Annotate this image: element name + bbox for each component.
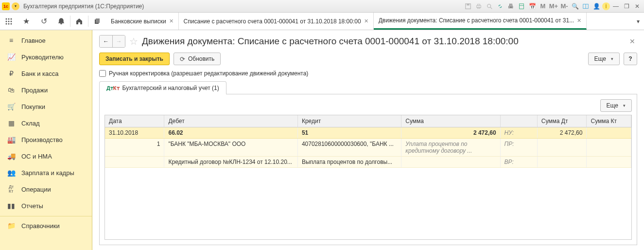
cell-empty bbox=[105, 157, 164, 168]
window-title: Бухгалтерия предприятия (1С:Предприятие) bbox=[23, 3, 144, 10]
window-restore[interactable]: ❐ bbox=[622, 1, 631, 11]
refresh-button[interactable]: ⟳Обновить bbox=[174, 53, 221, 65]
main-toolbar: ★ ↺ Банковские выписки ✕ Списание с расч… bbox=[0, 13, 644, 30]
search-icon[interactable] bbox=[485, 1, 494, 11]
table-row[interactable]: 31.10.2018 66.02 51 2 472,60 НУ: 2 472,6… bbox=[105, 127, 631, 139]
link-icon[interactable] bbox=[495, 1, 505, 11]
sidebar-item-stock[interactable]: ▦Склад bbox=[0, 115, 92, 131]
user-icon[interactable]: 👤 bbox=[592, 1, 601, 11]
col-sum[interactable]: Сумма bbox=[401, 115, 500, 127]
sidebar-item-label: Отчеты bbox=[21, 202, 43, 210]
print2-icon[interactable]: 🖶 bbox=[506, 1, 516, 11]
cell-credit: 51 bbox=[297, 127, 401, 139]
tab-writeoff-doc[interactable]: Списание с расчетного счета 0001-000041 … bbox=[179, 13, 374, 30]
sidebar-item-sales[interactable]: 🛍Продажи bbox=[0, 82, 92, 98]
zoom-icon[interactable]: 🔍 bbox=[570, 1, 580, 11]
app-menu-dropdown[interactable]: ▾ bbox=[12, 2, 19, 10]
sidebar-item-label: Покупки bbox=[21, 103, 45, 110]
info-icon[interactable]: i bbox=[602, 2, 610, 10]
manual-edit-checkbox[interactable] bbox=[99, 70, 106, 77]
svg-line-6 bbox=[490, 7, 492, 9]
close-icon[interactable]: ✕ bbox=[364, 18, 368, 24]
history-icon[interactable]: ↺ bbox=[35, 13, 52, 30]
cell-credit: 40702810600000030600, "БАНК ... bbox=[297, 139, 401, 157]
cell-sumdt bbox=[537, 157, 587, 168]
window-titlebar: 1c ▾ Бухгалтерия предприятия (1С:Предпри… bbox=[0, 0, 644, 13]
factory-icon: 🏭 bbox=[7, 135, 16, 144]
sidebar-item-label: Главное bbox=[21, 37, 46, 44]
sidebar-item-catalogs[interactable]: 📁Справочники bbox=[0, 216, 92, 234]
svg-point-18 bbox=[8, 23, 10, 24]
accounting-tab[interactable]: ДᴛКᴛ Бухгалтерский и налоговый учет (1) bbox=[99, 81, 226, 94]
svg-rect-3 bbox=[477, 4, 480, 5]
window-close[interactable]: ✕ bbox=[632, 1, 642, 11]
cell-credit: Выплата процентов по долговы... bbox=[297, 157, 401, 168]
more-button[interactable]: Еще bbox=[588, 53, 620, 65]
col-sumdt[interactable]: Сумма Дт bbox=[537, 115, 587, 127]
bars-icon: ▮▮ bbox=[7, 201, 16, 210]
button-label: Обновить bbox=[188, 55, 214, 62]
close-page-button[interactable]: ✕ bbox=[627, 36, 637, 47]
bag-icon: 🛍 bbox=[7, 86, 16, 94]
cart-icon: 🛒 bbox=[7, 102, 16, 111]
sidebar-item-operations[interactable]: ДтКтОперации bbox=[0, 181, 92, 197]
sidebar-item-bank[interactable]: ₽Банк и касса bbox=[0, 65, 92, 82]
tab-label: Движения документа: Списание с расчетног… bbox=[379, 17, 574, 24]
col-debit[interactable]: Дебет bbox=[164, 115, 297, 127]
close-icon[interactable]: ✕ bbox=[577, 18, 581, 24]
memory-mminus[interactable]: M- bbox=[559, 1, 569, 11]
grid-more-button[interactable]: Еще bbox=[600, 99, 632, 112]
sidebar-item-reports[interactable]: ▮▮Отчеты bbox=[0, 197, 92, 214]
tabs-more-dropdown[interactable]: ▾ bbox=[632, 13, 644, 30]
cell-tag: ПР: bbox=[500, 139, 537, 157]
sidebar-item-production[interactable]: 🏭Производство bbox=[0, 131, 92, 148]
svg-rect-7 bbox=[520, 3, 524, 9]
svg-point-14 bbox=[6, 20, 7, 22]
apps-icon[interactable] bbox=[0, 13, 17, 30]
docs-icon[interactable] bbox=[88, 13, 106, 30]
close-icon[interactable]: ✕ bbox=[169, 18, 174, 24]
manual-edit-label: Ручная корректировка (разрешает редактир… bbox=[109, 70, 308, 77]
col-date[interactable]: Дата bbox=[105, 115, 164, 127]
sidebar-item-label: Склад bbox=[21, 120, 40, 127]
panels-icon[interactable] bbox=[581, 1, 591, 11]
svg-point-19 bbox=[11, 23, 12, 24]
table-row[interactable]: 1 "БАНК "МБА-МОСКВА" ООО 407028106000000… bbox=[105, 139, 631, 157]
table-row[interactable]: Кредитный договор №КЛН-1234 от 12.10.20.… bbox=[105, 157, 631, 168]
save-icon[interactable] bbox=[463, 1, 473, 11]
help-button[interactable]: ? bbox=[624, 53, 637, 65]
tab-bank-statements[interactable]: Банковские выписки ✕ bbox=[106, 13, 179, 30]
favorite-toggle[interactable]: ☆ bbox=[129, 36, 138, 47]
sidebar-item-assets[interactable]: 🚚ОС и НМА bbox=[0, 148, 92, 164]
window-minimize[interactable]: — bbox=[611, 1, 621, 11]
nav-back-button[interactable]: ← bbox=[100, 36, 112, 47]
app-logo-icon: 1c bbox=[2, 2, 10, 10]
bell-icon[interactable] bbox=[52, 13, 70, 30]
col-sumkt[interactable]: Сумма Кт bbox=[587, 115, 631, 127]
sidebar-item-salary[interactable]: 👥Зарплата и кадры bbox=[0, 164, 92, 181]
memory-mplus[interactable]: M+ bbox=[549, 1, 558, 11]
sidebar-item-main[interactable]: ≡Главное bbox=[0, 32, 92, 49]
cell-sum: Уплата процентов по кредитному договору … bbox=[401, 139, 500, 157]
sidebar-item-purchases[interactable]: 🛒Покупки bbox=[0, 98, 92, 115]
sidebar-item-manager[interactable]: 📈Руководителю bbox=[0, 49, 92, 65]
calc-icon[interactable] bbox=[517, 1, 526, 11]
print-icon[interactable] bbox=[474, 1, 484, 11]
sidebar-item-label: Зарплата и кадры bbox=[21, 169, 74, 177]
save-and-close-button[interactable]: Записать и закрыть bbox=[99, 53, 170, 65]
cell-tag: ВР: bbox=[500, 157, 537, 168]
cell-num: 1 bbox=[105, 139, 164, 157]
calendar-icon[interactable]: 📅 bbox=[527, 1, 537, 11]
dtkt-icon: ДᴛКᴛ bbox=[106, 85, 120, 91]
favorite-icon[interactable]: ★ bbox=[17, 13, 35, 30]
tab-movements[interactable]: Движения документа: Списание с расчетног… bbox=[374, 13, 587, 30]
cell-sumkt bbox=[587, 127, 631, 139]
home-icon[interactable] bbox=[70, 13, 88, 30]
entries-grid[interactable]: Дата Дебет Кредит Сумма Сумма Дт Сумма К… bbox=[104, 115, 632, 240]
svg-point-16 bbox=[11, 20, 12, 22]
nav-forward-button[interactable]: → bbox=[112, 36, 125, 47]
col-empty bbox=[500, 115, 537, 127]
cell-sumdt bbox=[537, 139, 587, 157]
col-credit[interactable]: Кредит bbox=[297, 115, 401, 127]
memory-m[interactable]: M bbox=[538, 1, 548, 11]
